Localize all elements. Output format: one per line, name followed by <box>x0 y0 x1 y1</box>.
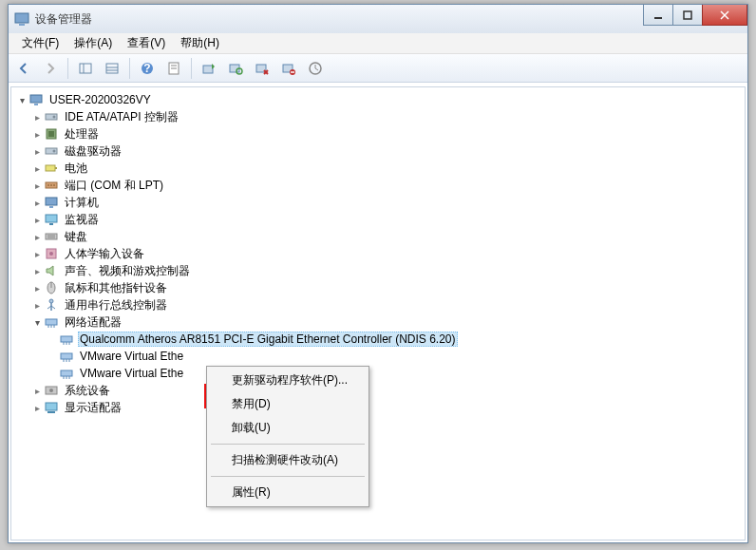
cm-scan-hw[interactable]: 扫描检测硬件改动(A) <box>209 448 367 472</box>
help-button[interactable]: ? <box>136 57 159 80</box>
tree-node-label[interactable]: 处理器 <box>63 126 101 142</box>
expand-arrow-icon[interactable] <box>15 95 28 105</box>
expand-arrow-icon[interactable] <box>30 249 44 259</box>
svg-rect-0 <box>15 13 28 23</box>
tree-node-label[interactable]: IDE ATA/ATAPI 控制器 <box>63 109 180 125</box>
tree-node-label[interactable]: 声音、视频和游戏控制器 <box>63 263 192 279</box>
tree-node[interactable]: 键盘 <box>30 228 743 245</box>
tree-node-label[interactable]: 鼠标和其他指针设备 <box>63 280 169 296</box>
expand-arrow-icon[interactable] <box>30 215 44 225</box>
expand-arrow-icon[interactable] <box>30 163 44 174</box>
details-button[interactable] <box>101 57 123 80</box>
drive-icon <box>44 109 59 124</box>
tree-node[interactable]: IDE ATA/ATAPI 控制器 <box>30 108 743 125</box>
svg-rect-45 <box>49 223 53 225</box>
tree-node-label[interactable]: 监视器 <box>63 212 101 228</box>
tree-node[interactable]: 显示适配器 <box>30 399 743 416</box>
forward-button[interactable] <box>39 57 62 80</box>
expand-arrow-icon[interactable] <box>30 386 44 396</box>
tree-node[interactable]: 网络适配器 <box>30 313 743 331</box>
tree-node-label[interactable]: 网络适配器 <box>63 314 123 331</box>
menu-file[interactable]: 文件(F) <box>14 33 66 53</box>
tree-node[interactable]: 端口 (COM 和 LPT) <box>30 177 743 194</box>
device-tree: USER-20200326VYIDE ATA/ATAPI 控制器处理器磁盘驱动器… <box>13 91 743 416</box>
tree-node-label[interactable]: 键盘 <box>63 229 89 245</box>
tree-node-label[interactable]: 计算机 <box>63 195 101 211</box>
expand-arrow-icon[interactable] <box>30 300 44 311</box>
svg-rect-75 <box>46 403 57 410</box>
tree-node-label[interactable]: 人体学输入设备 <box>63 246 146 262</box>
expand-arrow-icon[interactable] <box>30 112 44 123</box>
tree-node-label[interactable]: 电池 <box>63 161 89 177</box>
svg-rect-69 <box>61 370 72 376</box>
toolbar-separator <box>191 58 192 79</box>
tree-node[interactable]: VMware Virtual Ethe <box>46 365 743 382</box>
tree-node-label[interactable]: 通用串行总线控制器 <box>63 297 169 313</box>
close-button[interactable] <box>702 5 747 26</box>
svg-rect-29 <box>34 104 38 105</box>
maximize-button[interactable] <box>672 5 703 26</box>
console-tree-button[interactable] <box>74 57 97 80</box>
expand-arrow-icon[interactable] <box>30 403 44 413</box>
menu-view[interactable]: 查看(V) <box>120 33 173 53</box>
tree-node[interactable]: VMware Virtual Ethe <box>46 348 743 365</box>
expand-arrow-icon[interactable] <box>30 180 44 191</box>
drive-icon <box>44 143 59 159</box>
expand-arrow-icon[interactable] <box>30 146 44 157</box>
update-driver-icon[interactable] <box>198 57 220 80</box>
svg-point-35 <box>53 150 56 153</box>
tree-node[interactable]: 计算机 <box>30 194 743 211</box>
svg-point-40 <box>50 184 52 186</box>
tree-root[interactable]: USER-20200326VY <box>15 91 743 108</box>
tree-node[interactable]: 声音、视频和游戏控制器 <box>30 262 743 279</box>
toolbar-separator <box>129 58 130 79</box>
svg-rect-8 <box>106 64 118 73</box>
tree-node[interactable]: 鼠标和其他指针设备 <box>30 279 743 296</box>
titlebar[interactable]: 设备管理器 <box>9 5 747 33</box>
tree-node-label[interactable]: USER-20200326VY <box>47 93 153 106</box>
tree-node-label[interactable]: Qualcomm Atheros AR8151 PCI-E Gigabit Et… <box>78 332 458 347</box>
tree-node[interactable]: 电池 <box>30 160 743 177</box>
scan-hw-icon[interactable] <box>224 57 247 80</box>
svg-rect-1 <box>19 24 25 26</box>
tree-node[interactable]: Qualcomm Atheros AR8151 PCI-E Gigabit Et… <box>46 331 743 348</box>
menu-help[interactable]: 帮助(H) <box>173 33 227 53</box>
disable-icon[interactable] <box>277 57 300 80</box>
tree-node[interactable]: 监视器 <box>30 211 743 228</box>
svg-line-27 <box>315 68 318 70</box>
expand-arrow-icon[interactable] <box>30 266 44 276</box>
computer-icon <box>28 92 44 107</box>
minimize-button[interactable] <box>643 5 673 26</box>
tree-node[interactable]: 处理器 <box>30 125 743 142</box>
tree-node[interactable]: 磁盘驱动器 <box>30 142 743 160</box>
cm-properties[interactable]: 属性(R) <box>209 481 367 504</box>
net-icon <box>59 349 74 364</box>
expand-arrow-icon[interactable] <box>30 283 44 294</box>
tree-node-label[interactable]: 磁盘驱动器 <box>63 143 123 160</box>
expand-arrow-icon[interactable] <box>30 198 44 208</box>
legacy-hw-icon[interactable] <box>304 57 327 80</box>
cm-update-driver[interactable]: 更新驱动程序软件(P)... <box>209 369 367 392</box>
tree-node-label[interactable]: VMware Virtual Ethe <box>78 350 185 363</box>
expand-arrow-icon[interactable] <box>30 317 44 328</box>
cm-uninstall[interactable]: 卸载(U) <box>209 416 367 440</box>
expand-arrow-icon[interactable] <box>30 232 44 242</box>
device-tree-panel[interactable]: USER-20200326VYIDE ATA/ATAPI 控制器处理器磁盘驱动器… <box>10 86 746 541</box>
tree-node[interactable]: 通用串行总线控制器 <box>30 296 743 313</box>
tree-node[interactable]: 人体学输入设备 <box>30 245 743 262</box>
back-button[interactable] <box>12 57 35 80</box>
uninstall-icon[interactable] <box>251 57 274 80</box>
computer-icon <box>44 195 59 210</box>
tree-node-label[interactable]: 系统设备 <box>63 383 112 399</box>
tree-node[interactable]: 系统设备 <box>30 382 743 399</box>
cm-separator <box>211 476 365 477</box>
cm-disable[interactable]: 禁用(D) <box>209 392 367 416</box>
tree-node-label[interactable]: 端口 (COM 和 LPT) <box>63 178 165 194</box>
expand-arrow-icon[interactable] <box>30 129 44 140</box>
menu-action[interactable]: 操作(A) <box>66 33 120 53</box>
svg-rect-46 <box>46 234 57 239</box>
tree-node-label[interactable]: VMware Virtual Ethe <box>78 367 185 380</box>
tree-node-label[interactable]: 显示适配器 <box>63 400 123 416</box>
properties-button[interactable] <box>162 57 185 80</box>
svg-rect-44 <box>46 215 57 222</box>
